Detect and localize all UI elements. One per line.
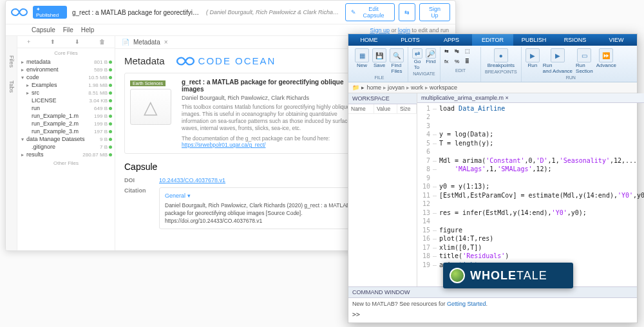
tree-add-icon[interactable]: +: [27, 39, 30, 45]
code-line[interactable]: 15–figure: [417, 226, 644, 235]
share-button[interactable]: ⇆: [399, 3, 415, 21]
code-line[interactable]: 11–[EstMdl,EstParamCov] = estimate(Mdl,y…: [417, 191, 644, 200]
tree-row[interactable]: ▾code10.5 MB: [17, 73, 115, 81]
code-line[interactable]: 18–title('Residuals'): [417, 252, 644, 261]
code-line[interactable]: 9: [417, 174, 644, 183]
edit-tool-icon[interactable]: ⬚: [465, 48, 474, 57]
tree-row[interactable]: run_Example_2.m199 B: [17, 120, 115, 127]
ribbon-run-section-button[interactable]: ▭RunSection: [576, 48, 593, 75]
tree-row[interactable]: ▸src8.51 MB: [17, 89, 115, 97]
code-line[interactable]: 13–res = infer(EstMdl,y(14:end),'Y0',y0)…: [417, 209, 644, 218]
tree-row[interactable]: ▾data Manage Datasets9 B: [17, 135, 115, 143]
published-badge: ✦ Published: [33, 6, 67, 19]
metadata-tab[interactable]: 📄 Metadata ×: [115, 36, 375, 49]
tree-header-other: Other Files: [17, 158, 115, 168]
ribbon-group-breakpoints: BREAKPOINTS: [485, 69, 517, 75]
crumb[interactable]: work: [411, 84, 423, 91]
matlab-tab-rsions[interactable]: RSIONS: [554, 34, 596, 46]
code-line[interactable]: 1–load Data_Airline: [417, 104, 644, 113]
code-line[interactable]: 17–xlim([0,T]): [417, 243, 644, 252]
crumb[interactable]: home: [367, 84, 382, 91]
ribbon-group-run: RUN: [566, 75, 576, 80]
ws-col-value[interactable]: Value: [374, 104, 397, 113]
tree-row[interactable]: run_Example_1.m199 B: [17, 112, 115, 120]
menu-help[interactable]: Help: [81, 26, 95, 33]
tree-download-icon[interactable]: ⬇: [75, 39, 80, 45]
ribbon-save-button[interactable]: 💾Save: [372, 48, 386, 69]
command-prompt[interactable]: >>: [348, 310, 637, 319]
ribbon-group-navigate: NAVIGATE: [413, 71, 435, 77]
tree-row[interactable]: ▸environment589 B: [17, 66, 115, 73]
ws-col-size[interactable]: Size: [397, 104, 417, 113]
matlab-tab-home[interactable]: HOME: [348, 34, 390, 46]
tree-delete-icon[interactable]: 🗑: [99, 39, 105, 45]
matlab-tab-publish[interactable]: PUBLISH: [513, 34, 554, 46]
citation-box: General ▾ ⧉ Daniel Bourgault, Rich Pawlo…: [159, 187, 366, 229]
citation-type-select[interactable]: General ▾: [165, 192, 191, 200]
citation-text: Daniel Bourgault, Rich Pawlowicz, Clark …: [165, 202, 350, 224]
code-line[interactable]: 14: [417, 217, 644, 226]
signup-link[interactable]: Sign up: [370, 27, 390, 33]
co-topbar: ✦ Published g_rect : a MATLAB package fo…: [6, 1, 455, 24]
doi-link[interactable]: 10.24433/CO.4037678.v1: [159, 177, 225, 183]
edit-tool-icon[interactable]: %: [455, 59, 464, 68]
code-line[interactable]: 10–y0 = y(1:13);: [417, 182, 644, 191]
edit-capsule-button[interactable]: ✎Edit Capsule: [345, 3, 395, 21]
doc-link[interactable]: https://srwebpolr01.uqar.ca/g_rect/: [182, 142, 265, 148]
codeocean-brand: CODE OCEAN: [176, 55, 276, 66]
tree-row[interactable]: ▸results280.87 MB: [17, 151, 115, 158]
code-editor[interactable]: 1–load Data_Airline234–y = log(Data);5–T…: [417, 103, 644, 286]
tree-upload-icon[interactable]: ⬆: [50, 39, 55, 45]
code-line[interactable]: 12: [417, 200, 644, 209]
code-line[interactable]: 8– 'MALags',1,'SMALags',12);: [417, 165, 644, 174]
ribbon-new-button[interactable]: ▦New: [355, 48, 369, 69]
capsule-authors: ( Daniel Bourgault, Rich Pawlowicz & Cla…: [206, 9, 340, 15]
codeocean-logo-icon: [11, 8, 28, 17]
tree-row[interactable]: run649 B: [17, 104, 115, 112]
tree-row[interactable]: .gitignore7 B: [17, 143, 115, 151]
ribbon-find-files-button[interactable]: 🔍FindFiles: [390, 48, 404, 75]
code-line[interactable]: 7–Mdl = arima('Constant',0,'D',1,'Season…: [417, 156, 644, 165]
workspace-panel: WORKSPACE Name Value Size: [348, 93, 417, 286]
code-line[interactable]: 16–plot(14:T,res): [417, 234, 644, 243]
ws-col-name[interactable]: Name: [348, 104, 374, 113]
tree-row[interactable]: LICENSE3.04 KB: [17, 97, 115, 104]
matlab-tab-plots[interactable]: PLOTS: [390, 34, 431, 46]
card-description: This toolbox contains Matlab functions f…: [182, 104, 360, 132]
rail-tabs[interactable]: Tabs: [8, 80, 15, 93]
folder-icon[interactable]: 📁 ▸: [352, 84, 365, 91]
tree-toolbar: + ⬆ ⬇ 🗑: [17, 36, 115, 48]
code-line[interactable]: 4–y = log(Data);: [417, 130, 644, 139]
crumb[interactable]: jovyan: [388, 84, 404, 91]
code-line[interactable]: 5–T = length(y);: [417, 139, 644, 148]
getting-started-link[interactable]: Getting Started: [447, 301, 486, 307]
close-icon[interactable]: ×: [164, 39, 168, 46]
menu-file[interactable]: File: [63, 26, 73, 33]
ribbon-advance-button[interactable]: ⏩Advance: [596, 48, 616, 69]
crumb[interactable]: workspace: [430, 84, 457, 91]
ribbon-breakpoints-button[interactable]: ●Breakpoints: [488, 48, 515, 69]
menu-capsule[interactable]: Capsule: [32, 26, 55, 33]
matlab-tab-view[interactable]: VIEW: [596, 34, 637, 46]
signin-hint: Sign up or login to edit and run: [370, 27, 449, 33]
edit-tool-icon[interactable]: fx: [444, 59, 453, 68]
tree-row[interactable]: run_Example_3.m197 B: [17, 127, 115, 135]
rail-files[interactable]: Files: [8, 55, 15, 68]
tree-row[interactable]: ▸Examples1.98 MB: [17, 81, 115, 89]
editor-file-tab[interactable]: multiplicative_arima_example.m ×: [417, 93, 644, 103]
ribbon-go-to-button[interactable]: ⇄GoTo: [412, 48, 422, 71]
matlab-tab-apps[interactable]: APPS: [431, 34, 472, 46]
ribbon-find-button[interactable]: 🔎Find: [426, 48, 436, 65]
tree-row[interactable]: ▸metadata801 B: [17, 58, 115, 66]
login-link[interactable]: login: [398, 27, 410, 33]
code-line[interactable]: 3: [417, 122, 644, 131]
ribbon-run-button[interactable]: ▶Run: [526, 48, 540, 69]
matlab-tab-editor[interactable]: EDITOR: [472, 34, 513, 46]
ribbon-run-and-advance-button[interactable]: ▶Runand Advance: [543, 48, 573, 75]
edit-tool-icon[interactable]: ≣: [465, 59, 474, 68]
code-line[interactable]: 2: [417, 113, 644, 122]
edit-tool-icon[interactable]: ⇆: [444, 48, 453, 57]
signup-button[interactable]: Sign Up: [419, 3, 450, 21]
edit-tool-icon[interactable]: ↹: [455, 48, 464, 57]
code-line[interactable]: 6: [417, 147, 644, 156]
